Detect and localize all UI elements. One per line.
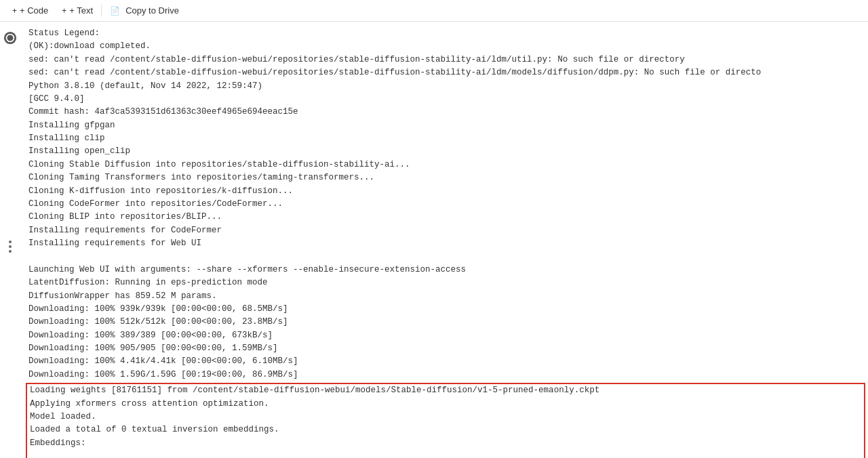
output-line: (OK):download completed. xyxy=(28,40,863,53)
output-line: sed: can't read /content/stable-diffusio… xyxy=(28,66,863,79)
output-line: Launching Web UI with arguments: --share… xyxy=(28,264,863,276)
output-line: Downloading: 100% 4.41k/4.41k [00:00<00:… xyxy=(28,355,863,368)
output-line: Cloning Stable Diffusion into repositori… xyxy=(28,159,863,171)
output-line: DiffusionWrapper has 859.52 M params. xyxy=(28,290,863,303)
highlighted-line: Model loaded. xyxy=(30,411,861,423)
add-text-button[interactable]: + + Text xyxy=(55,3,100,18)
output-line: Cloning Taming Transformers into reposit… xyxy=(28,171,863,184)
output-line: Installing requirements for Web UI xyxy=(28,237,863,250)
highlighted-line: Applying xformers cross attention optimi… xyxy=(30,398,861,411)
output-line xyxy=(28,250,863,263)
output-line: Installing clip xyxy=(28,132,863,145)
plus-text-icon: + xyxy=(62,6,66,16)
toolbar-divider xyxy=(101,5,102,17)
output-line: Installing gfpgan xyxy=(28,119,863,132)
output-line: Downloading: 100% 905/905 [00:00<00:00, … xyxy=(28,342,863,355)
output-line: Downloading: 100% 389/389 [00:00<00:00, … xyxy=(28,329,863,342)
add-code-button[interactable]: + + Code xyxy=(5,3,55,18)
output-line: LatentDiffusion: Running in eps-predicti… xyxy=(28,276,863,289)
three-dots-menu[interactable] xyxy=(3,240,17,253)
toolbar: + + Code + + Text 📄 Copy to Drive xyxy=(0,0,868,22)
add-text-label: + Text xyxy=(69,5,93,16)
code-output[interactable]: Status Legend: (OK):download completed. … xyxy=(20,22,868,458)
output-line: Installing open_clip xyxy=(28,145,863,158)
output-line: Cloning CodeFormer into repositories/Cod… xyxy=(28,198,863,211)
output-line: Status Legend: xyxy=(28,27,863,40)
output-line: Cloning BLIP into repositories/BLIP... xyxy=(28,211,863,224)
output-line: Installing requirements for CodeFormer xyxy=(28,224,863,237)
output-block: Status Legend: (OK):download completed. … xyxy=(20,27,868,458)
output-line: Python 3.8.10 (default, Nov 14 2022, 12:… xyxy=(28,80,863,93)
highlighted-output-section: Loading weights [81761151] from /content… xyxy=(26,383,865,458)
content-area: Status Legend: (OK):download completed. … xyxy=(0,22,868,458)
output-line: [GCC 9.4.0] xyxy=(28,93,863,106)
copy-to-drive-button[interactable]: 📄 Copy to Drive xyxy=(103,3,186,18)
copy-drive-label: Copy to Drive xyxy=(125,5,179,16)
status-circle-icon xyxy=(3,31,17,45)
highlighted-line: Embeddings: xyxy=(30,437,861,450)
plus-code-icon: + xyxy=(12,6,17,16)
output-line: Cloning K-diffusion into repositories/k-… xyxy=(28,185,863,198)
output-line: Downloading: 100% 939k/939k [00:00<00:00… xyxy=(28,303,863,316)
highlighted-line: Loaded a total of 0 textual inversion em… xyxy=(30,423,861,436)
local-url-line: Running on local URL: http://127.0.0.1:7… xyxy=(30,450,861,458)
left-gutter xyxy=(0,22,20,458)
output-line: sed: can't read /content/stable-diffusio… xyxy=(28,54,863,66)
add-code-label: + Code xyxy=(20,5,48,16)
drive-icon: 📄 xyxy=(110,6,120,16)
output-line: Downloading: 100% 512k/512k [00:00<00:00… xyxy=(28,316,863,329)
highlighted-line: Loading weights [81761151] from /content… xyxy=(30,384,861,397)
output-line: Commit hash: 4af3ca5393151d61363c30eef49… xyxy=(28,106,863,119)
output-line: Downloading: 100% 1.59G/1.59G [00:19<00:… xyxy=(28,369,863,381)
